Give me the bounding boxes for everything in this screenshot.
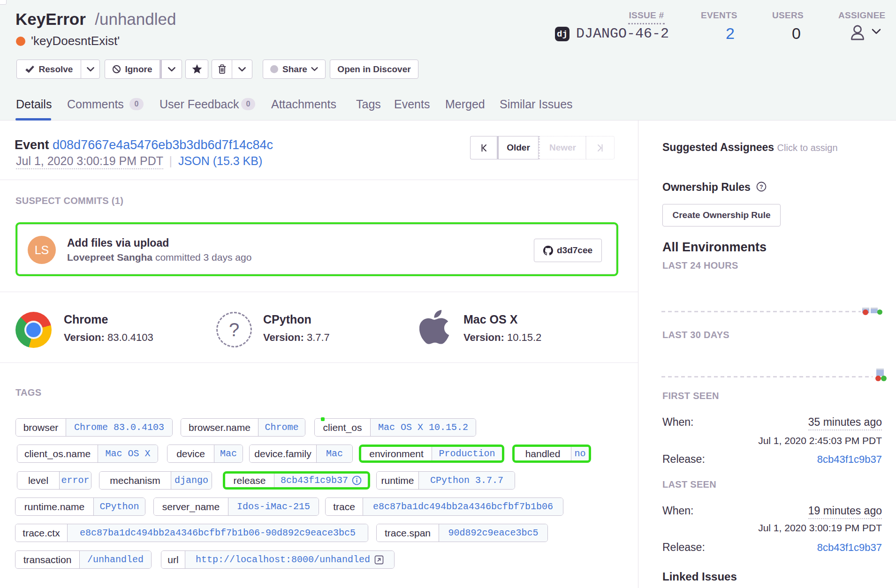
- svg-text:?: ?: [760, 184, 763, 190]
